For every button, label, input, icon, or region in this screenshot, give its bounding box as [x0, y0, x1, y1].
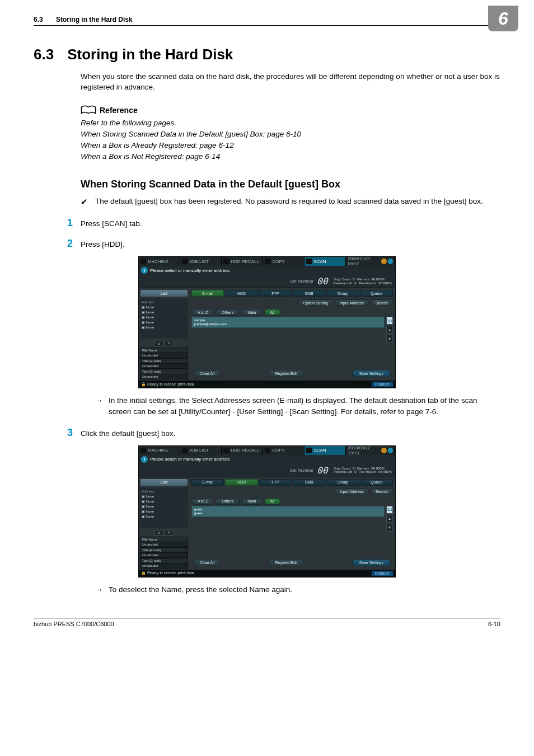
list-icon	[182, 259, 188, 264]
dest-tab-queue[interactable]: Queue	[360, 290, 393, 297]
reference-line: When Storing Scanned Data in the Default…	[81, 129, 500, 140]
address-row: ▣ None	[142, 320, 186, 325]
scroll-indicator: 1/1	[386, 317, 393, 325]
step-number: 3	[67, 427, 81, 439]
address-row: ▣ None	[142, 325, 186, 330]
reference-line: Refer to the following pages.	[81, 118, 500, 129]
clear-all-button[interactable]: Clear All	[194, 370, 221, 377]
tab-copy[interactable]: COPY	[263, 446, 305, 455]
list-button[interactable]: List	[140, 290, 188, 297]
step-number: 2	[67, 238, 81, 250]
scroll-up-button[interactable]: ▲	[386, 326, 393, 334]
clear-all-button[interactable]: Clear All	[194, 559, 221, 566]
scroll-down-button[interactable]: ▼	[386, 335, 393, 342]
rotation-button[interactable]: Rotation	[372, 571, 393, 576]
dest-tab-smb[interactable]: SMB	[293, 290, 325, 297]
note-text: To deselect the Name, press the selected…	[109, 584, 292, 595]
title-value[interactable]: Undecided	[140, 364, 188, 369]
filter-button[interactable]: Main	[241, 498, 262, 505]
prompt-text: Please select or manually enter address	[150, 268, 393, 273]
input-address-button[interactable]: Input Address	[335, 489, 369, 495]
subsection-heading: When Storing Scanned Data in the Default…	[81, 179, 500, 190]
address-label: Address	[142, 300, 186, 305]
running-header: 6.3 Storing in the Hard Disk	[34, 16, 500, 26]
warning-icon[interactable]	[381, 259, 386, 264]
status-message: 🔒 Ready to receive print data	[141, 571, 194, 575]
help-icon[interactable]	[388, 448, 393, 453]
tab-scan[interactable]: SCAN	[305, 257, 346, 266]
reference-line: When a Box is Already Registered: page 6…	[81, 140, 500, 151]
tab-joblist[interactable]: JOB LIST	[180, 446, 222, 455]
tab-machine[interactable]: MACHINE	[139, 257, 180, 266]
tab-joblist[interactable]: JOB LIST	[180, 257, 222, 266]
text-value[interactable]: Undecided	[140, 374, 188, 379]
dest-tab-ftp[interactable]: FTP	[259, 290, 292, 297]
address-item[interactable]: sample joanpie@sample.com	[191, 317, 385, 328]
reference-heading: Reference	[81, 105, 500, 115]
filter-button[interactable]: Others	[216, 309, 240, 316]
filename-value[interactable]: Undecided	[140, 542, 188, 547]
scan-settings-button[interactable]: Scan Settings	[352, 559, 391, 566]
help-icon[interactable]	[388, 259, 393, 264]
filter-button[interactable]: All	[264, 309, 281, 316]
scroll-down-button[interactable]: ▼	[165, 530, 174, 536]
scroll-down-button[interactable]: ▼	[386, 524, 393, 532]
dest-tab-group[interactable]: Group	[326, 479, 359, 486]
scan-settings-button[interactable]: Scan Settings	[352, 370, 391, 377]
dest-tab-e-mail[interactable]: E-mail	[191, 290, 224, 297]
info-icon: i	[141, 456, 148, 463]
footer-model: bizhub PRESS C7000/C6000	[34, 621, 114, 627]
filename-value[interactable]: Undecided	[140, 353, 188, 358]
address-label: Address	[142, 489, 186, 494]
filter-button[interactable]: A to Z	[191, 309, 214, 316]
dest-tab-hdd[interactable]: HDD	[225, 290, 257, 297]
text-value[interactable]: Undecided	[140, 564, 188, 569]
scroll-up-button[interactable]: ▲	[154, 341, 163, 346]
address-row: ▣ None	[142, 509, 186, 514]
hdd-box-item[interactable]: guest guest	[191, 506, 385, 517]
filter-button[interactable]: A to Z	[191, 498, 214, 505]
search-button[interactable]: Search	[371, 299, 393, 306]
tab-hddrecall[interactable]: HDD RECALL	[222, 257, 263, 266]
chapter-badge: 6	[488, 6, 518, 31]
screenshot-scan-hdd: MACHINE JOB LIST HDD RECALL COPY SCAN 20…	[138, 445, 396, 577]
tab-copy[interactable]: COPY	[263, 257, 305, 266]
rotation-button[interactable]: Rotation	[372, 382, 393, 387]
filter-button[interactable]: Others	[216, 498, 240, 505]
dest-tab-smb[interactable]: SMB	[293, 479, 325, 486]
reference-label: Reference	[100, 106, 138, 115]
scroll-up-button[interactable]: ▲	[154, 530, 163, 536]
dest-tab-hdd[interactable]: HDD	[225, 479, 257, 486]
tab-scan[interactable]: SCAN	[305, 446, 346, 455]
item-detail: joanpie@sample.com	[194, 322, 382, 326]
list-button[interactable]: List	[140, 479, 188, 486]
title-label: Title (E-mail)	[140, 358, 188, 364]
address-row: ▣ None	[142, 310, 186, 315]
dest-tab-group[interactable]: Group	[326, 290, 359, 297]
dest-tab-e-mail[interactable]: E-mail	[191, 479, 224, 486]
register-edit-button[interactable]: Register/Edit	[269, 559, 303, 566]
filter-button[interactable]: All	[264, 498, 281, 505]
tab-machine[interactable]: MACHINE	[139, 446, 180, 455]
scroll-down-button[interactable]: ▼	[165, 341, 174, 346]
filter-button[interactable]: Main	[241, 309, 262, 316]
dest-tab-ftp[interactable]: FTP	[259, 479, 292, 486]
machine-icon	[140, 448, 146, 453]
title-value[interactable]: Undecided	[140, 553, 188, 558]
warning-icon[interactable]	[381, 448, 386, 453]
tab-hddrecall[interactable]: HDD RECALL	[222, 446, 263, 455]
scan-icon	[306, 448, 312, 453]
hdd-icon	[223, 259, 229, 264]
machine-icon	[140, 259, 146, 264]
register-edit-button[interactable]: Register/Edit	[269, 370, 303, 377]
option-setting-button[interactable]: Option Setting	[298, 299, 333, 306]
title-label: Title (E-mail)	[140, 547, 188, 553]
dest-tab-queue[interactable]: Queue	[360, 479, 393, 486]
statusbar-time: 2009/11/27 09:37	[346, 257, 395, 266]
prompt-text: Please select or manually enter address	[150, 457, 393, 462]
search-button[interactable]: Search	[371, 489, 393, 495]
input-address-button[interactable]: Input Address	[335, 299, 369, 306]
section-heading: 6.3Storing in the Hard Disk	[34, 46, 500, 63]
scroll-up-button[interactable]: ▲	[386, 515, 393, 523]
step-text: Press [HDD].	[81, 240, 500, 248]
